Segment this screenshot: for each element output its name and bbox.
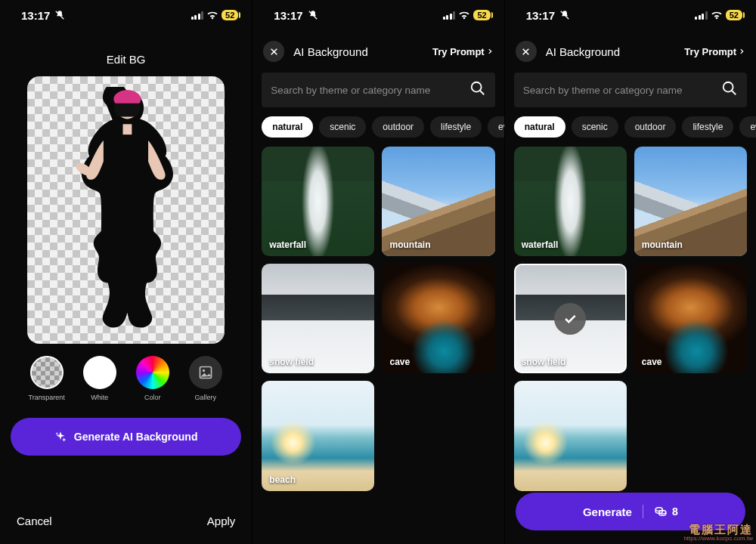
cta-label: Generate AI Background <box>74 431 198 443</box>
credits-badge: 8 <box>654 505 678 518</box>
coins-icon <box>654 505 668 518</box>
white-swatch-icon <box>83 356 116 389</box>
panel-ai-bg-selected: 13:17 52 AI Background Try Prompt natura… <box>504 0 756 544</box>
close-button[interactable] <box>516 41 537 62</box>
signal-icon <box>191 11 204 20</box>
search-bar[interactable] <box>514 73 747 107</box>
generate-ai-bg-button[interactable]: Generate AI Background <box>11 418 241 456</box>
chip-events[interactable]: events <box>739 116 756 138</box>
chip-outdoor[interactable]: outdoor <box>372 116 424 138</box>
signal-icon <box>695 11 708 20</box>
svg-point-4 <box>471 82 481 92</box>
cancel-button[interactable]: Cancel <box>17 515 52 527</box>
panel-ai-bg-browse: 13:17 52 AI Background Try Prompt natura… <box>252 0 503 544</box>
bg-grid: waterfall mountain snow field cave beach <box>253 147 503 500</box>
chip-outdoor[interactable]: outdoor <box>624 116 677 138</box>
tile-snow-field[interactable]: snow field <box>262 264 374 373</box>
page-title: Edit BG <box>0 30 252 76</box>
apply-button[interactable]: Apply <box>207 515 236 527</box>
tile-cave[interactable]: cave <box>634 264 747 373</box>
header-title: AI Background <box>293 45 423 58</box>
status-time: 13:17 <box>274 9 302 22</box>
tile-waterfall[interactable]: waterfall <box>514 147 627 256</box>
tile-cave[interactable]: cave <box>382 264 494 373</box>
battery-badge: 52 <box>726 10 742 20</box>
chip-lifestyle[interactable]: lifestyle <box>430 116 482 138</box>
battery-badge: 52 <box>222 10 238 20</box>
bg-grid: waterfall mountain snow field cave <box>505 147 756 500</box>
tile-waterfall[interactable]: waterfall <box>262 147 374 256</box>
gallery-icon <box>189 356 222 389</box>
chip-scenic[interactable]: scenic <box>572 116 618 138</box>
bg-option-row: Transparent White Color Gallery <box>0 356 252 401</box>
bg-option-white[interactable]: White <box>77 356 122 401</box>
silent-icon <box>54 10 65 20</box>
color-wheel-icon <box>136 356 169 389</box>
chip-lifestyle[interactable]: lifestyle <box>682 116 733 138</box>
bg-option-color[interactable]: Color <box>130 356 175 401</box>
bg-option-gallery[interactable]: Gallery <box>183 356 228 401</box>
bg-preview <box>27 76 225 344</box>
tile-beach[interactable] <box>514 381 627 490</box>
status-bar: 13:17 52 <box>0 0 252 30</box>
wifi-icon <box>458 11 470 20</box>
tile-snow-field[interactable]: snow field <box>514 264 627 373</box>
silent-icon <box>559 10 570 20</box>
try-prompt-button[interactable]: Try Prompt <box>432 46 494 57</box>
category-chips: natural scenic outdoor lifestyle events <box>253 116 503 147</box>
chip-events[interactable]: events <box>488 116 504 138</box>
sparkle-icon <box>54 431 67 443</box>
status-time: 13:17 <box>21 9 50 22</box>
search-icon <box>721 80 738 100</box>
check-icon <box>554 303 586 335</box>
svg-point-3 <box>202 369 204 372</box>
close-button[interactable] <box>263 41 284 62</box>
tile-mountain[interactable]: mountain <box>634 147 747 256</box>
chip-scenic[interactable]: scenic <box>319 116 366 138</box>
try-prompt-button[interactable]: Try Prompt <box>684 46 745 57</box>
divider <box>643 505 643 518</box>
tile-beach[interactable]: beach <box>262 381 374 490</box>
wifi-icon <box>711 11 723 20</box>
svg-rect-1 <box>123 124 132 134</box>
svg-point-5 <box>723 82 733 92</box>
search-bar[interactable] <box>262 73 494 107</box>
bg-option-transparent[interactable]: Transparent <box>24 356 70 401</box>
chip-natural[interactable]: natural <box>514 116 565 138</box>
category-chips: natural scenic outdoor lifestyle events <box>505 116 756 147</box>
silent-icon <box>308 10 318 20</box>
subject-cutout <box>57 87 195 332</box>
header-title: AI Background <box>546 45 676 58</box>
status-bar: 13:17 52 <box>253 0 503 30</box>
panel-edit-bg: 13:17 52 Edit BG <box>0 0 252 544</box>
search-input[interactable] <box>523 85 715 96</box>
wifi-icon <box>206 11 218 20</box>
battery-badge: 52 <box>473 10 490 20</box>
status-bar: 13:17 52 <box>505 0 756 30</box>
tile-mountain[interactable]: mountain <box>382 147 494 256</box>
signal-icon <box>443 11 456 20</box>
chip-natural[interactable]: natural <box>262 116 313 138</box>
generate-button[interactable]: Generate 8 <box>516 493 745 530</box>
search-input[interactable] <box>271 85 463 96</box>
generate-label: Generate <box>583 505 632 518</box>
transparent-icon <box>30 356 64 389</box>
search-icon <box>469 80 486 100</box>
status-time: 13:17 <box>526 9 555 22</box>
